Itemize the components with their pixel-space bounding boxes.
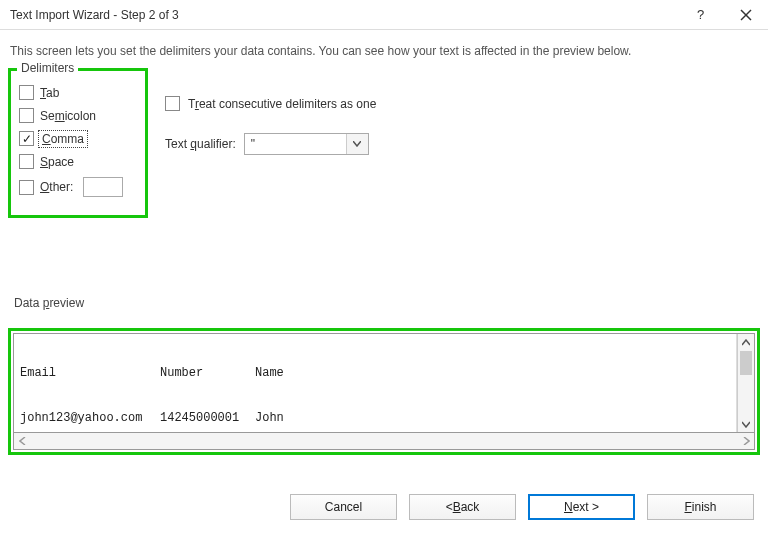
text-qualifier-label: Text qualifier:: [165, 137, 236, 151]
close-icon: [740, 9, 752, 21]
chevron-right-icon: [742, 437, 750, 445]
delimiter-semicolon-row[interactable]: Semicolon: [19, 108, 137, 123]
content-area: Delimiters Tab Semicolon Comma Space Oth…: [0, 64, 768, 80]
help-button[interactable]: ?: [678, 0, 723, 30]
scroll-right-button[interactable]: [737, 433, 754, 449]
window-title: Text Import Wizard - Step 2 of 3: [10, 8, 678, 22]
data-preview-label: Data preview: [8, 296, 760, 310]
chevron-up-icon: [742, 339, 750, 347]
delimiter-other-row[interactable]: Other:: [19, 177, 137, 197]
preview-row: john123@yahoo.com14245000001John: [20, 411, 730, 426]
preview-horizontal-scrollbar[interactable]: [13, 433, 755, 450]
delimiter-tab-row[interactable]: Tab: [19, 85, 137, 100]
back-button[interactable]: < Back: [409, 494, 516, 520]
scroll-thumb[interactable]: [740, 351, 752, 375]
delimiter-other-checkbox[interactable]: [19, 180, 34, 195]
preview-vertical-scrollbar[interactable]: [737, 334, 754, 432]
delimiter-space-label: Space: [40, 155, 74, 169]
delimiter-semicolon-checkbox[interactable]: [19, 108, 34, 123]
delimiter-comma-label: Comma: [40, 132, 86, 146]
wizard-buttons: Cancel < Back Next > Finish: [0, 494, 768, 520]
scroll-up-button[interactable]: [738, 334, 754, 351]
treat-consecutive-label: Treat consecutive delimiters as one: [188, 97, 376, 111]
titlebar: Text Import Wizard - Step 2 of 3 ?: [0, 0, 768, 30]
delimiters-legend: Delimiters: [17, 61, 78, 75]
data-preview-section: Data preview EmailNumberName john123@yah…: [8, 296, 760, 455]
delimiter-tab-checkbox[interactable]: [19, 85, 34, 100]
data-preview-content: EmailNumberName john123@yahoo.com1424500…: [14, 334, 737, 432]
preview-row: EmailNumberName: [20, 366, 730, 381]
next-button[interactable]: Next >: [528, 494, 635, 520]
scroll-track[interactable]: [738, 351, 754, 415]
scroll-down-button[interactable]: [738, 415, 754, 432]
treat-consecutive-checkbox[interactable]: [165, 96, 180, 111]
delimiter-space-checkbox[interactable]: [19, 154, 34, 169]
scroll-track[interactable]: [31, 433, 737, 449]
cancel-button[interactable]: Cancel: [290, 494, 397, 520]
finish-button[interactable]: Finish: [647, 494, 754, 520]
delimiter-other-label: Other:: [40, 180, 73, 194]
delimiter-semicolon-label: Semicolon: [40, 109, 96, 123]
delimiter-space-row[interactable]: Space: [19, 154, 137, 169]
text-qualifier-row: Text qualifier: ": [165, 133, 376, 155]
treat-consecutive-row[interactable]: Treat consecutive delimiters as one: [165, 96, 376, 111]
scroll-left-button[interactable]: [14, 433, 31, 449]
data-preview-box: EmailNumberName john123@yahoo.com1424500…: [13, 333, 755, 433]
delimiter-tab-label: Tab: [40, 86, 59, 100]
text-qualifier-select[interactable]: ": [244, 133, 369, 155]
delimiter-options: Treat consecutive delimiters as one Text…: [165, 96, 376, 177]
close-button[interactable]: [723, 0, 768, 30]
chevron-down-icon: [742, 420, 750, 428]
wizard-description: This screen lets you set the delimiters …: [0, 30, 768, 64]
delimiter-comma-row[interactable]: Comma: [19, 131, 137, 146]
chevron-down-icon: [353, 141, 361, 147]
chevron-left-icon: [19, 437, 27, 445]
delimiter-comma-checkbox[interactable]: [19, 131, 34, 146]
text-qualifier-value: ": [245, 134, 346, 154]
delimiter-other-input[interactable]: [83, 177, 123, 197]
text-qualifier-dropdown-button[interactable]: [346, 134, 368, 154]
delimiters-group: Delimiters Tab Semicolon Comma Space Oth…: [8, 68, 148, 218]
data-preview-highlight: EmailNumberName john123@yahoo.com1424500…: [8, 328, 760, 455]
